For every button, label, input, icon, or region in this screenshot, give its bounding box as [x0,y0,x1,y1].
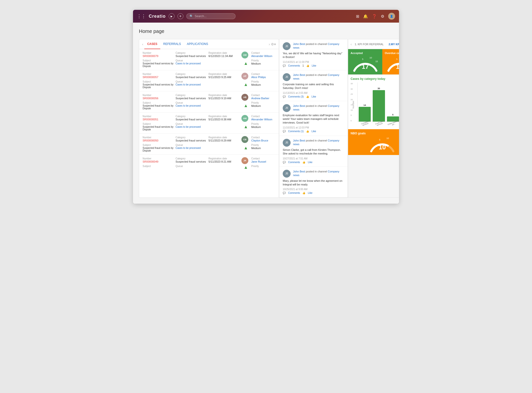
feed-avatar: JB [283,139,291,147]
y-tick-15: 15 [351,104,357,106]
case-number-field: Number SR00000079 [143,52,175,58]
settings-icon[interactable]: ⚙ [381,14,384,19]
case-regdate-field: Registration date 5/11/2023 8:29 AM [208,136,240,143]
feed-like-link[interactable]: Like [308,192,312,194]
feed-comments-link[interactable]: Comments [288,161,300,164]
feed-thumb-icon: 👍 [306,64,309,67]
feed-comments-link[interactable]: Comments [288,64,300,67]
feed-action: posted in channel [306,73,328,76]
feed-like-link[interactable]: Like [311,130,316,133]
feed-author[interactable]: John Best [293,170,305,173]
feed-comments-link[interactable]: Comments [288,192,300,194]
add-button[interactable]: + [177,13,183,19]
tab-cases[interactable]: CASES [144,39,160,49]
case-regdate-field: Registration date 5/11/2023 9:19 AM [208,94,240,101]
feed-author[interactable]: John Best [293,73,305,76]
case-row: Number SR00000079 Category Suspected fra… [139,49,279,70]
case-spacer [208,165,240,170]
search-icon: 🔍 [190,14,193,18]
case-avatar: AW [241,115,250,122]
case-priority-field: Priority Medium [251,123,278,131]
case-avatar: JR [241,157,250,164]
feed-author[interactable]: John Best [293,104,305,107]
case-category-field: Category Suspected fraud services [176,115,207,122]
feed-thumb-icon: 👍 [302,192,305,194]
feed-author[interactable]: John Best [293,42,305,45]
feed-avatar: JB [283,170,291,178]
case-priority-field: Priority Medium [251,144,278,152]
y-tick-5: 5 [351,114,357,116]
feed-avatar: JB [283,104,291,112]
chart-section: Cases by category today ⤢ ⚙ ▾ Number 0 [348,74,399,129]
case-subject-field: Subject Suspected fraud services by Disp… [143,59,175,68]
search-input[interactable] [195,14,232,18]
notifications-icon[interactable]: 🔔 [363,14,368,19]
feed-item-header: JB John Best posted in channel Company n… [283,104,344,112]
case-priority-arrow: ▲ [241,123,250,131]
feed-comment-icon: 💬 [283,161,286,164]
feed-like-link[interactable]: Like [311,95,316,98]
case-regdate-field: Registration date 5/11/2023 9:25 AM [208,73,240,80]
feed-comments-link[interactable]: Comments (3) [288,95,304,98]
case-row: Number SR00000050 Category Suspected fra… [139,134,279,155]
bar-value-1: 14 [359,104,371,106]
y-ticks: 0 5 10 15 20 25 30 35 [351,83,357,122]
dashboard-icon[interactable]: ⊞ [356,14,359,19]
tab-prev-button[interactable]: ‹ [142,42,143,46]
case-number-field: Number SR00000057 [143,73,175,80]
feed-timestamp: 11/14/2021 at 11:00 PM [283,61,344,63]
feed-item-header: JB John Best posted in channel Company n… [283,42,344,50]
nbo-gauge-svg: 5 10 10 [369,137,396,153]
dashboard-columns: ‹ CASES REFERRALS APPLICATIONS › ⚙▾ Numb… [139,39,393,198]
case-row: Number SR00000051 Category Suspected fra… [139,112,279,134]
case-spacer [208,59,240,68]
kpi-panel: ‹ 1. KPI FOR REFERRAL 2.MY KPIS › ⚙▾ Acc… [348,39,399,198]
user-avatar[interactable]: 👤 [388,13,395,20]
case-priority-arrow: ▲ [241,101,250,110]
case-category-field: Category Suspected fraud services [176,52,207,58]
case-spacer [208,144,240,152]
tab-applications[interactable]: APPLICATIONS [184,39,211,49]
bar-value-3: 5 [387,113,399,116]
help-icon[interactable]: ❓ [372,14,377,19]
grid-icon[interactable]: ⋮⋮ [137,14,146,19]
case-avatar: CB [241,136,250,143]
case-category-field: Category Suspected fraud services [176,94,207,101]
case-spacer [208,123,240,131]
case-contact-field: Contact Jane Russel [251,157,278,164]
tab-referrals[interactable]: REFERRALS [160,39,184,49]
case-row: Number SR00000057 Category Suspected fra… [139,70,279,91]
play-button[interactable]: ▶ [169,13,175,19]
search-bar[interactable]: 🔍 [186,13,236,19]
svg-text:15: 15 [375,60,378,63]
case-priority-arrow: ▲ [241,144,250,152]
feed-like-link[interactable]: Like [308,161,312,164]
case-avatar: AB [241,94,250,101]
feed-item: JB John Best posted in channel Company n… [279,101,348,136]
kpi-tab-mykpis[interactable]: 2.MY KPIS [387,43,399,46]
case-subject-field: Subject [143,165,175,170]
case-number-field: Number SR00000049 [143,157,175,164]
chart-title: Cases by category today [351,77,385,81]
svg-text:5: 5 [396,58,398,60]
y-tick-35: 35 [351,83,357,85]
kpi-tab-referral[interactable]: 1. KPI FOR REFERRAL [353,43,386,46]
feed-timestamp: 10/25/2021 at 9:00 AM [283,188,344,191]
svg-text:5: 5 [362,58,363,60]
tab-settings-button[interactable]: ⚙▾ [271,42,276,46]
tab-next-button[interactable]: › [269,42,270,46]
svg-text:17: 17 [362,63,369,70]
svg-text:10: 10 [379,143,386,151]
feed-like-link[interactable]: Like [312,64,316,67]
feed-author[interactable]: John Best [293,139,305,142]
svg-text:12: 12 [396,63,399,70]
feed-avatar: JB [283,73,291,81]
svg-text:0: 0 [354,71,355,72]
case-priority-arrow: ▲ [241,59,250,68]
feed-comments-link[interactable]: Comments (1) [288,130,304,133]
kpi-prev-button[interactable]: ‹ [351,42,352,46]
y-tick-30: 30 [351,88,357,90]
case-row: Number SR00000056 Category Suspected fra… [139,91,279,112]
chart-header: Cases by category today ⤢ ⚙ ▾ [351,77,399,81]
svg-text:0: 0 [388,71,389,72]
